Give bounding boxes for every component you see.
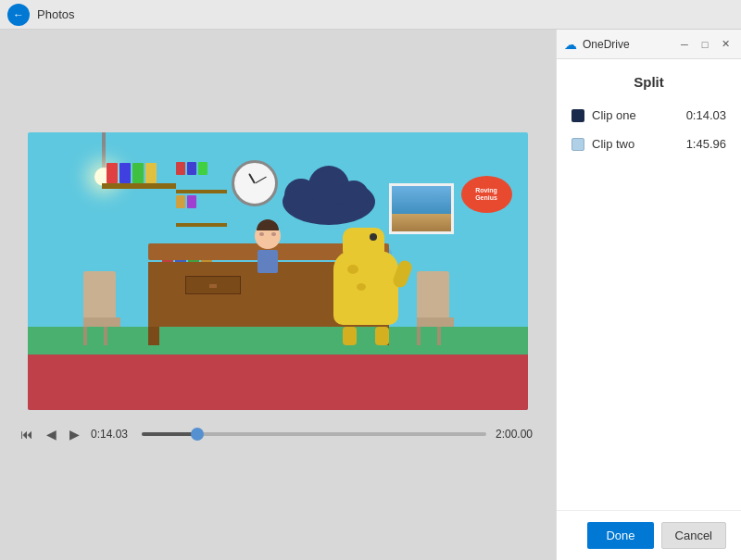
video-area: RovingGenius <box>0 30 556 560</box>
dino-spot-2 <box>357 283 366 291</box>
cancel-button[interactable]: Cancel <box>661 522 726 549</box>
app-titlebar: ← Photos <box>0 0 741 30</box>
shelf-book-4 <box>145 163 157 183</box>
picture-sky <box>392 186 451 214</box>
wall-shelf <box>102 183 176 189</box>
close-button[interactable]: ✕ <box>717 36 734 53</box>
clip-one-swatch <box>571 109 584 122</box>
shelf-book-2 <box>119 163 131 183</box>
timeline-thumb[interactable] <box>191 428 204 441</box>
shelf-plank-2 <box>176 223 227 227</box>
clip-two-time: 1:45.96 <box>686 137 726 151</box>
back-icon: ← <box>13 8 24 21</box>
app-title: Photos <box>37 7 74 21</box>
dino-eye <box>370 233 377 241</box>
dinosaur-character <box>333 251 398 345</box>
split-content: Split Clip one 0:14.03 Clip two 1:45.96 <box>557 59 741 510</box>
dino-leg-1 <box>343 327 357 345</box>
clip-two-label: Clip two <box>592 137 634 151</box>
prev-frame-button[interactable]: ◀ <box>44 425 58 443</box>
action-buttons: Done Cancel <box>557 510 741 560</box>
floor-red <box>28 355 528 410</box>
bookshelf-row-2 <box>176 195 227 208</box>
right-panel: ☁ OneDrive ─ □ ✕ Split Clip one 0:14.03 <box>556 30 741 560</box>
chair-left-back <box>83 271 116 317</box>
wall-picture <box>389 183 454 234</box>
chair-right <box>417 271 454 345</box>
clip-one-label: Clip one <box>592 108 636 122</box>
dino-leg-2 <box>375 327 389 345</box>
split-title: Split <box>571 74 726 90</box>
shelf-book-3 <box>132 163 144 183</box>
clip-item-one: Clip one 0:14.03 <box>571 108 726 122</box>
clip-one-left: Clip one <box>571 108 636 122</box>
boy-right-eye <box>271 232 276 236</box>
boy-head <box>255 223 281 249</box>
chair-left-leg-2 <box>104 327 107 345</box>
boy-character <box>255 223 281 273</box>
picture-ground <box>392 214 451 234</box>
rewind-button[interactable]: ⏮ <box>19 425 35 443</box>
clip-two-left: Clip two <box>571 137 634 151</box>
onedrive-title-left: ☁ OneDrive <box>564 37 630 52</box>
chair-right-leg-1 <box>417 327 421 345</box>
chair-right-leg-2 <box>437 327 441 345</box>
clip-item-two: Clip two 1:45.96 <box>571 137 726 151</box>
controls-bar: ⏮ ◀ ▶ 0:14.03 2:00.00 <box>0 410 556 458</box>
onedrive-titlebar: ☁ OneDrive ─ □ ✕ <box>557 30 741 59</box>
shelf-book-1 <box>107 163 118 183</box>
clip-one-time: 0:14.03 <box>686 108 726 122</box>
total-time: 2:00.00 <box>496 428 537 441</box>
timeline-row: ⏮ ◀ ▶ 0:14.03 2:00.00 <box>19 425 537 443</box>
dino-body <box>333 251 398 325</box>
roving-genius-logo: RovingGenius <box>458 174 514 216</box>
dino-wrapper <box>333 251 398 345</box>
maximize-button[interactable]: □ <box>697 36 713 53</box>
onedrive-title: OneDrive <box>583 38 630 51</box>
ceiling-lamp <box>102 132 106 179</box>
timeline-progress <box>142 432 197 436</box>
clip-two-swatch <box>571 138 584 151</box>
book-r2-2 <box>187 195 196 208</box>
chair-right-seat <box>417 317 454 327</box>
wall-clock <box>232 160 278 206</box>
clock-hour-hand <box>248 173 256 183</box>
onedrive-icon: ☁ <box>564 37 577 52</box>
back-button[interactable]: ← <box>7 4 30 26</box>
book-r1-3 <box>198 162 207 175</box>
drawer-handle <box>209 284 217 288</box>
boy-hair <box>257 219 279 230</box>
svg-point-3 <box>339 180 369 210</box>
dark-cloud <box>278 160 380 225</box>
cartoon-scene: RovingGenius <box>28 132 528 410</box>
desk-drawer <box>185 276 241 294</box>
book-r2-1 <box>176 195 185 208</box>
boy-left-eye <box>259 232 264 236</box>
chair-left-legs <box>83 327 120 345</box>
dino-arm <box>391 258 413 289</box>
onedrive-controls: ─ □ ✕ <box>676 36 734 53</box>
dino-legs <box>333 327 398 345</box>
dino-spot-1 <box>347 265 358 274</box>
chair-left-leg-1 <box>83 327 87 345</box>
bookshelf-row-1 <box>176 162 227 175</box>
titlebar-left: ← Photos <box>7 4 74 26</box>
clock-minute-hand <box>255 176 267 183</box>
main-layout: RovingGenius <box>0 30 741 560</box>
current-time: 0:14.03 <box>91 428 132 441</box>
bookshelf <box>176 160 227 227</box>
book-r1-2 <box>187 162 196 175</box>
desk-leg-1 <box>148 327 159 345</box>
minimize-button[interactable]: ─ <box>676 36 693 53</box>
logo-circle: RovingGenius <box>461 176 512 213</box>
chair-right-back <box>417 271 449 317</box>
book-r1-1 <box>176 162 185 175</box>
done-button[interactable]: Done <box>587 522 653 549</box>
play-button[interactable]: ▶ <box>68 425 82 443</box>
shelf-plank-1 <box>176 190 227 193</box>
chair-right-legs <box>417 327 454 345</box>
timeline-track[interactable] <box>142 432 486 436</box>
chair-left-seat <box>83 317 120 327</box>
video-frame: RovingGenius <box>28 132 528 410</box>
shelf-books <box>107 163 157 183</box>
